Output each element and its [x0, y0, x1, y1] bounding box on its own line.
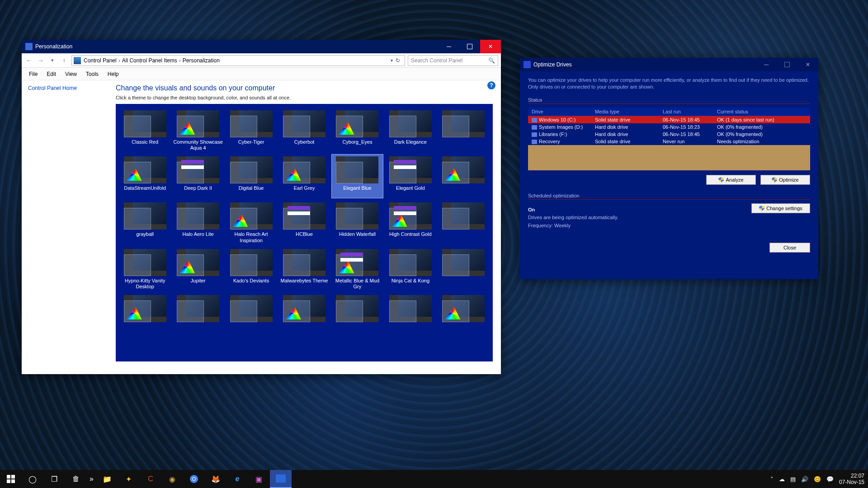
back-button[interactable]: ← — [24, 57, 33, 64]
col-status[interactable]: Current status — [717, 109, 807, 114]
task-app-3[interactable]: ▣ — [248, 470, 270, 488]
task-control-panel[interactable] — [270, 470, 292, 488]
minimize-button[interactable] — [756, 58, 777, 71]
close-dialog-button[interactable]: Close — [769, 243, 810, 253]
address-bar[interactable]: Control Panel› All Control Panel Items› … — [71, 55, 405, 66]
analyze-button[interactable]: Analyze — [706, 175, 756, 185]
theme-item[interactable]: Hypno-Kitty Vanity Desktop — [119, 247, 170, 291]
maximize-button[interactable] — [459, 40, 480, 53]
personalization-titlebar[interactable]: Personalization — [22, 40, 501, 53]
menu-view[interactable]: View — [61, 69, 80, 79]
theme-item[interactable] — [438, 201, 489, 244]
theme-item[interactable] — [438, 108, 489, 152]
theme-item[interactable]: Classic Red — [119, 108, 170, 152]
toolbar-overflow[interactable]: » — [87, 475, 96, 483]
breadcrumb-segment[interactable]: Personalization — [183, 57, 220, 64]
theme-item[interactable]: DataStreamUnifold — [119, 155, 170, 198]
theme-item[interactable]: Malwarebytes Theme — [278, 247, 330, 291]
theme-item[interactable]: High Contrast Gold — [385, 201, 436, 244]
optimize-button[interactable]: Optimize — [760, 175, 810, 185]
theme-item[interactable]: Dark Elegance — [385, 108, 436, 152]
recent-dropdown-icon[interactable]: ▾ — [48, 57, 57, 63]
theme-item[interactable] — [385, 293, 436, 337]
theme-grid[interactable]: Classic RedCommunity Showcase Aqua 4Cybe… — [116, 104, 493, 361]
theme-item[interactable] — [278, 293, 330, 337]
refresh-button[interactable]: ↻ — [393, 57, 403, 64]
theme-thumbnail — [283, 295, 326, 322]
cortana-button[interactable]: ◯ — [22, 470, 43, 488]
taskbar-clock[interactable]: 22:07 07-Nov-15 — [839, 473, 864, 486]
left-pane: Control Panel Home — [22, 80, 116, 374]
optimize-titlebar[interactable]: Optimize Drives ✕ — [520, 58, 818, 71]
theme-item[interactable]: Cyborg_Eyes — [332, 108, 383, 152]
theme-item[interactable]: grayball — [119, 201, 170, 244]
theme-item[interactable] — [438, 293, 489, 337]
start-button[interactable] — [0, 470, 22, 488]
change-settings-button[interactable]: Change settings — [751, 203, 810, 213]
help-icon[interactable]: ? — [487, 81, 495, 89]
forward-button[interactable]: → — [36, 57, 45, 64]
task-ccleaner[interactable]: C — [140, 470, 161, 488]
close-button[interactable] — [480, 40, 501, 53]
col-drive[interactable]: Drive — [532, 109, 595, 114]
task-file-explorer[interactable]: 📁 — [96, 470, 118, 488]
minimize-button[interactable] — [439, 40, 459, 53]
recycle-bin-button[interactable]: 🗑 — [65, 470, 87, 488]
theme-item[interactable]: Metallic Blue & Mud Gry — [332, 247, 383, 291]
drive-row[interactable]: Windows 10 (C:)Solid state drive06-Nov-1… — [528, 116, 810, 123]
sched-state: On — [528, 206, 618, 214]
close-button[interactable]: ✕ — [797, 58, 818, 71]
theme-item[interactable]: Ninja Cat & Kong — [385, 247, 436, 291]
task-firefox[interactable]: 🦊 — [205, 470, 226, 488]
security-icon[interactable]: 😊 — [814, 476, 821, 483]
task-chrome[interactable] — [183, 470, 205, 488]
theme-item[interactable]: Hidden Waterfall — [332, 201, 383, 244]
theme-item[interactable]: Community Showcase Aqua 4 — [172, 108, 223, 152]
task-ie[interactable]: e — [226, 470, 248, 488]
col-media[interactable]: Media type — [595, 109, 663, 114]
network-icon[interactable]: ▤ — [790, 476, 796, 483]
theme-item[interactable]: Halo Reach Art Inspiration — [226, 201, 277, 244]
menu-tools[interactable]: Tools — [82, 69, 102, 79]
theme-item[interactable]: Kado's Deviants — [226, 247, 277, 291]
theme-item[interactable] — [172, 293, 223, 337]
svg-rect-1 — [11, 475, 15, 479]
control-panel-home-link[interactable]: Control Panel Home — [28, 85, 77, 91]
col-last[interactable]: Last run — [663, 109, 717, 114]
theme-item[interactable] — [332, 293, 383, 337]
theme-item[interactable]: HCBlue — [278, 201, 330, 244]
task-app-1[interactable]: ✦ — [118, 470, 140, 488]
theme-item[interactable] — [438, 247, 489, 291]
drive-row[interactable]: Libraries (F:)Hard disk drive06-Nov-15 1… — [528, 131, 810, 138]
theme-item[interactable]: Elegant Blue — [332, 155, 383, 198]
drive-name: Windows 10 (C:) — [532, 117, 595, 122]
menu-file[interactable]: File — [25, 69, 41, 79]
theme-item[interactable]: Halo Aero Lite — [172, 201, 223, 244]
menu-help[interactable]: Help — [104, 69, 123, 79]
theme-item[interactable] — [226, 293, 277, 337]
volume-icon[interactable]: 🔊 — [801, 476, 808, 483]
theme-item[interactable]: Earl Grey — [278, 155, 330, 198]
theme-item[interactable]: Cyber-Tiger — [226, 108, 277, 152]
drive-row[interactable]: RecoverySolid state driveNever runNeeds … — [528, 138, 810, 145]
drive-row[interactable]: System Images (D:)Hard disk drive06-Nov-… — [528, 123, 810, 131]
menu-edit[interactable]: Edit — [43, 69, 60, 79]
onedrive-icon[interactable]: ☁ — [779, 476, 785, 483]
task-view-button[interactable]: ❐ — [43, 470, 65, 488]
theme-item[interactable] — [119, 293, 170, 337]
task-app-2[interactable]: ◉ — [161, 470, 183, 488]
breadcrumb-segment[interactable]: Control Panel — [84, 57, 117, 64]
theme-item[interactable]: Cyberbot — [278, 108, 330, 152]
theme-item[interactable] — [438, 155, 489, 198]
theme-item[interactable]: Jupiter — [172, 247, 223, 291]
theme-item[interactable]: Deep Dark II — [172, 155, 223, 198]
breadcrumb-segment[interactable]: All Control Panel Items — [122, 57, 177, 64]
up-button[interactable]: ↑ — [60, 57, 69, 64]
tray-overflow-icon[interactable]: ˄ — [770, 476, 774, 483]
search-input[interactable]: Search Control Panel 🔍 — [408, 55, 498, 66]
theme-item[interactable]: Digital Blue — [226, 155, 277, 198]
action-center-icon[interactable]: 💬 — [826, 476, 834, 483]
theme-name: Digital Blue — [226, 185, 276, 197]
theme-thumbnail — [336, 110, 378, 137]
theme-item[interactable]: Elegant Gold — [385, 155, 436, 198]
